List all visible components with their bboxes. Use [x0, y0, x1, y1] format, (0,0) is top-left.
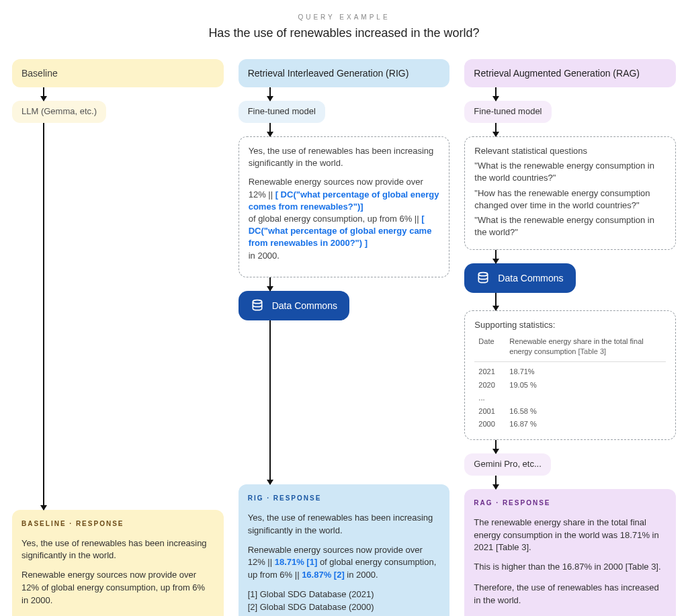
text: in 2000.: [249, 251, 280, 261]
data-commons-chip: Data Commons: [239, 291, 349, 320]
questions-heading: Relevant statistical questions: [474, 145, 666, 157]
value: [507, 392, 664, 404]
rag-stats: Supporting statistics: Date Renewable en…: [464, 310, 676, 440]
baseline-response: BASELINE · RESPONSE Yes, the use of rene…: [12, 510, 224, 616]
col-baseline: Baseline LLM (Gemma, etc.) BASELINE · RE…: [12, 59, 224, 616]
value: 19.05 %: [507, 380, 664, 391]
response-text: Renewable energy sources now provide ove…: [22, 569, 214, 607]
citation: 18.71% [1]: [275, 557, 318, 567]
response-text: The renewable energy share in the total …: [474, 517, 666, 555]
intermediate-text: Renewable energy sources now provide ove…: [249, 176, 440, 261]
database-icon: [476, 271, 490, 285]
response-text: Yes, the use of renewables has been incr…: [248, 512, 441, 537]
svg-point-0: [253, 300, 261, 303]
rag-model: Fine-tuned model: [464, 101, 551, 123]
arrow: [269, 123, 271, 136]
date: 2000: [476, 419, 505, 430]
text: Renewable energy share in the total fina…: [509, 337, 643, 355]
gemini-name: Gemini Pro: [474, 459, 517, 469]
eyebrow: QUERY EXAMPLE: [12, 13, 676, 21]
rig-header: Retrieval Interleaved Generation (RIG): [239, 59, 450, 87]
response-label: RAG · RESPONSE: [474, 498, 666, 509]
response-label: RIG · RESPONSE: [248, 494, 441, 504]
response-text: This is higher than the 16.87% in 2000 […: [474, 561, 666, 574]
rag-response: RAG · RESPONSE The renewable energy shar…: [464, 489, 676, 616]
rag-header: Retrieval Augmented Generation (RAG): [464, 59, 676, 87]
divider: [474, 361, 666, 362]
arrow: [269, 320, 271, 485]
date: 2021: [476, 366, 505, 378]
baseline-header: Baseline: [12, 59, 224, 87]
question: "What is the renewable energy consumptio…: [474, 160, 666, 184]
columns: Baseline LLM (Gemma, etc.) BASELINE · RE…: [12, 59, 676, 616]
date: 2020: [476, 380, 505, 391]
col-rag: Retrieval Augmented Generation (RAG) Fin…: [464, 59, 676, 616]
response-text: Renewable energy sources now provide ove…: [248, 544, 441, 582]
svg-point-1: [479, 273, 488, 276]
rig-model: Fine-tuned model: [239, 101, 325, 123]
arrow: [43, 123, 44, 510]
stats-rows: 202118.71% 202019.05 % ... 200116.58 % 2…: [474, 365, 666, 431]
rag-questions: Relevant statistical questions "What is …: [464, 136, 676, 250]
text: of global energy consumption, up from 6%…: [249, 214, 422, 224]
baseline-model: LLM (Gemma, etc.): [12, 101, 106, 123]
value: 16.58 %: [507, 406, 664, 417]
arrow: [269, 277, 271, 291]
arrow: [495, 123, 497, 136]
reference: [2] Global SDG Database (2000): [248, 601, 441, 614]
arrow: [495, 87, 497, 101]
reference: [1] Global SDG Database (2021): [248, 588, 441, 601]
page-title: Has the use of renewables increased in t…: [12, 26, 676, 40]
database-icon: [251, 299, 264, 312]
gemini-chip: Gemini Pro, etc...: [464, 453, 550, 476]
date: ...: [476, 392, 505, 404]
question: "What is the renewable energy consumptio…: [474, 214, 666, 238]
arrow: [495, 476, 497, 489]
intermediate-text: Yes, the use of renewables has been incr…: [249, 145, 440, 169]
col-date: Date: [476, 336, 505, 358]
stats-table: Date Renewable energy share in the total…: [474, 335, 666, 359]
dc-label: Data Commons: [498, 273, 563, 283]
stats-heading: Supporting statistics:: [474, 319, 666, 331]
response-text: Yes, the use of renewables has been incr…: [22, 537, 214, 563]
question: "How has the renewable energy consumptio…: [474, 187, 666, 212]
arrow: [495, 440, 497, 453]
data-commons-chip: Data Commons: [464, 263, 575, 293]
response-text: Therefore, the use of renewables has inc…: [474, 582, 666, 607]
arrow: [269, 87, 271, 101]
col-rig: Retrieval Interleaved Generation (RIG) F…: [239, 59, 450, 616]
value: 16.87 %: [507, 419, 664, 430]
header: QUERY EXAMPLE Has the use of renewables …: [12, 13, 676, 40]
dc-call: [ DC("what percentage of global energy c…: [249, 189, 439, 212]
rig-response: RIG · RESPONSE Yes, the use of renewable…: [239, 484, 450, 616]
arrow: [495, 250, 497, 263]
dc-label: Data Commons: [272, 300, 337, 311]
rig-intermediate: Yes, the use of renewables has been incr…: [239, 136, 450, 277]
date: 2001: [476, 406, 505, 417]
response-label: BASELINE · RESPONSE: [22, 519, 214, 529]
arrow: [495, 293, 497, 310]
ref: [Table 3]: [578, 347, 606, 355]
value: 18.71%: [507, 366, 664, 378]
arrow: [43, 87, 44, 101]
citation: 16.87% [2]: [302, 570, 345, 580]
text: in 2000.: [347, 570, 378, 580]
col-metric: Renewable energy share in the total fina…: [507, 336, 664, 358]
text: , etc...: [517, 459, 541, 469]
